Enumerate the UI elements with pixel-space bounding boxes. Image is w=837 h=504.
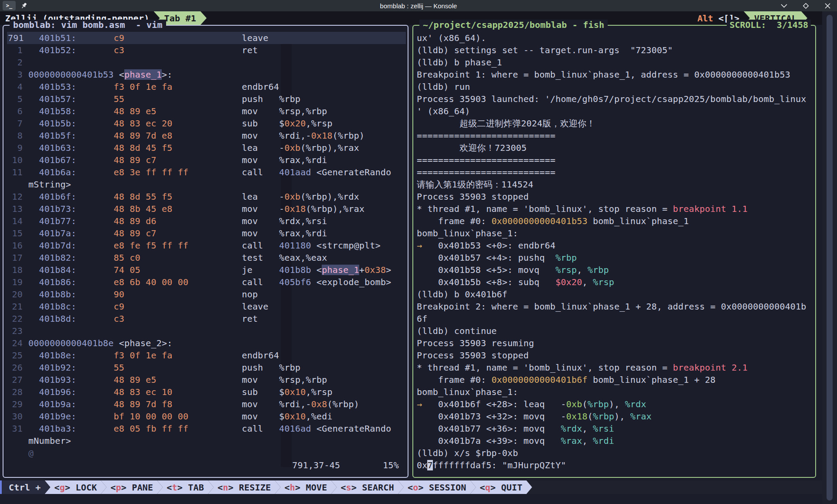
text-segment: sub $	[173, 387, 285, 397]
window-titlebar[interactable]: >_ bomblab : zellij — Konsole	[0, 0, 837, 11]
text-segment: 401b8b	[279, 265, 311, 275]
text-segment: 6f	[417, 313, 427, 324]
text-segment: 401b86:	[28, 277, 76, 287]
scrollbar-track[interactable]	[822, 11, 837, 504]
keybind-search[interactable]: <s> SEARCH	[331, 480, 403, 494]
text-segment: ' (x86_64)	[417, 106, 470, 116]
text-segment: mov %rdi,-	[173, 399, 311, 409]
keybind-text: <	[340, 482, 346, 493]
keybind-text: h	[290, 482, 295, 493]
text-segment: 0x401b73 <+32>: movq -	[417, 411, 566, 422]
terminal-line: 15 401b7a: 48 89 c7 mov %rax,%rdi	[7, 227, 406, 239]
text-segment: ,	[582, 436, 592, 446]
text-segment: @	[28, 448, 34, 458]
terminal-line: 18 401b84: 74 05 je 401b8b <phase_1+0x38…	[7, 264, 406, 276]
keybind-session[interactable]: <o> SESSION	[398, 480, 476, 494]
terminal-line: 22 401b8d: c3 ret	[7, 313, 406, 325]
text-segment: bomb_linux`phase_1 + 28	[588, 375, 716, 385]
text-segment: %rsp	[593, 277, 614, 287]
line-number: 21	[7, 300, 28, 313]
pane-shell[interactable]: ~/project/csapp2025/bomblab - fish SCROL…	[412, 25, 816, 478]
terminal-line: 30 401b9e: bf 10 00 00 00 mov $0x10,%edi	[7, 410, 406, 422]
text-segment: 401aad	[279, 167, 311, 177]
pane-vim[interactable]: bomblab: vim bomb.asm - vim 791 401b51: …	[3, 25, 408, 478]
text-segment	[340, 460, 383, 470]
keybind-text: q	[485, 482, 490, 493]
text-segment: 0x0000000000401b6f	[491, 375, 587, 385]
text-segment: 请输入第1级的密码：114524	[417, 179, 534, 190]
terminal-line: ==========================	[417, 154, 813, 166]
text-segment: 791,37-45	[292, 460, 340, 470]
zellij-keybind-bar: Ctrl + <g> LOCK<p> PANE<t> TAB<n> RESIZE…	[0, 480, 822, 494]
text-segment: ),	[614, 411, 630, 422]
text-segment: %rsp	[555, 265, 577, 275]
text-segment: Process 35903 stopped	[417, 191, 529, 202]
text-segment: %rbp	[593, 411, 614, 422]
text-segment: ,%edi	[306, 411, 333, 422]
line-number: 15	[7, 227, 28, 239]
minimize-icon[interactable]	[780, 2, 787, 9]
text-segment: 401b7d:	[28, 240, 76, 251]
text-segment: 0x401b58 <+5>: movq	[417, 265, 555, 275]
close-icon[interactable]	[824, 2, 831, 9]
text-segment: mov -	[173, 204, 285, 214]
scrollbar-thumb[interactable]	[827, 15, 833, 501]
vim-pane-title[interactable]: bomblab: vim bomb.asm - vim	[10, 20, 166, 30]
terminal-line: 25 401b8e: f3 0f 1e fa endbr64	[7, 349, 406, 361]
text-segment: 401b77:	[28, 216, 76, 226]
keybind-quit[interactable]: <q> QUIT	[470, 480, 532, 494]
keybind-text: > LOCK	[65, 482, 97, 493]
text-segment: leave	[124, 33, 269, 43]
text-segment: mov %rsp,%rbp	[157, 106, 327, 116]
line-number: 8	[7, 129, 28, 142]
shell-pane-content: ux' (x86_64).(lldb) settings set -- targ…	[417, 32, 813, 471]
text-segment: Breakpoint 1: where = bomb_linux`phase_1…	[417, 69, 790, 80]
terminal-line: (lldb) x/s $rbp-0xb	[417, 447, 813, 459]
text-segment: →	[417, 399, 422, 409]
terminal-line: * thread #1, name = 'bomb_linux', stop r…	[417, 203, 813, 215]
terminal-line: ==========================	[417, 166, 813, 178]
text-segment: (	[588, 411, 593, 422]
text-segment: (lldb) b phase_1	[417, 57, 502, 68]
terminal-line: Process 35903 resuming	[417, 337, 813, 349]
keybind-text: > SEARCH	[351, 482, 394, 493]
line-number: 23	[7, 325, 28, 337]
keybind-lock[interactable]: <g> LOCK	[44, 480, 106, 494]
line-number: 1	[7, 44, 28, 56]
terminal-line: 9 401b63: 48 8d 45 f5 lea -0xb(%rbp),%ra…	[7, 142, 406, 154]
terminal-line: Process 35903 stopped	[417, 349, 813, 361]
keybind-tab[interactable]: <t> TAB	[157, 480, 214, 494]
keybind-resize[interactable]: <n> RESIZE	[208, 480, 280, 494]
terminal-line: 30000000000401b53 <phase_1>:	[7, 68, 406, 81]
terminal-line: 16 401b7d: e8 fe f5 ff ff call 401180 <s…	[7, 239, 406, 252]
maximize-icon[interactable]	[802, 2, 809, 9]
text-segment: (%rbp),%rdx	[300, 191, 359, 202]
shell-pane-title[interactable]: ~/project/csapp2025/bomblab - fish	[419, 20, 608, 30]
text-segment: 401b58:	[28, 106, 76, 116]
keybind-move[interactable]: <h> MOVE	[275, 480, 337, 494]
text-segment: $0x20	[555, 277, 582, 287]
text-segment: <	[114, 69, 124, 80]
text-segment: 401b92:	[28, 362, 76, 373]
text-segment: 48 89 d6	[76, 216, 157, 226]
terminal-line: 请输入第1级的密码：114524	[417, 178, 813, 191]
line-number: 13	[7, 203, 28, 215]
text-segment: ,	[577, 265, 587, 275]
text-segment: 401b51:	[28, 33, 76, 43]
text-segment: 0x401b77 <+36>: movq	[417, 423, 561, 434]
keybind-pane[interactable]: <p> PANE	[101, 480, 163, 494]
text-segment: 0x18	[285, 204, 306, 214]
keybind-text: <	[408, 482, 413, 493]
terminal-line: 19 401b86: e8 6b 40 00 00 call 405bf6 <e…	[7, 276, 406, 288]
text-segment: 401b8d:	[28, 313, 76, 324]
terminal-line: 791,37-45 15%	[7, 459, 406, 471]
line-number: 7	[7, 117, 28, 129]
text-segment: 85 c0	[76, 252, 140, 263]
text-segment: mov $	[188, 411, 284, 422]
text-segment: ret	[124, 45, 258, 55]
terminal-line: 27 401b93: 48 89 e5 mov %rsp,%rbp	[7, 374, 406, 386]
text-segment: 超级二进制炸弹2024版，欢迎你！	[417, 118, 595, 129]
text-segment: 0x18	[311, 130, 333, 141]
line-number: 791	[7, 32, 28, 44]
line-number: 5	[7, 93, 28, 105]
